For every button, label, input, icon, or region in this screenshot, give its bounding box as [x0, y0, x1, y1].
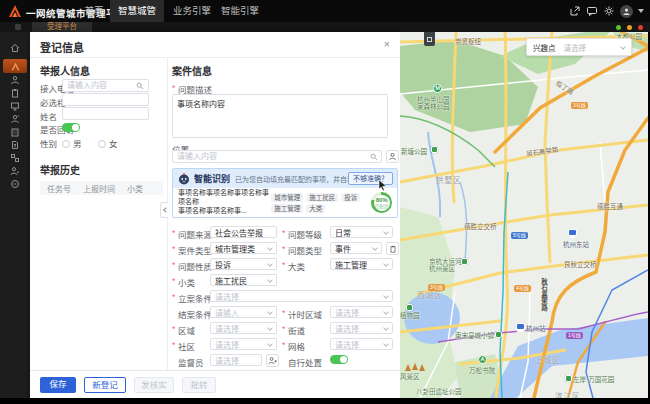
- history-col-time: 上报时间: [83, 183, 115, 194]
- major-class-select[interactable]: 施工管理: [330, 258, 393, 270]
- case-section-title: 案件信息: [172, 63, 212, 78]
- tab-acceptance-platform[interactable]: 受理平台: [32, 22, 92, 32]
- chevron-down-icon: [620, 44, 626, 50]
- settings-gear-icon[interactable]: [603, 5, 615, 17]
- sidebar-share-icon[interactable]: [0, 151, 30, 164]
- save-button[interactable]: 保存: [40, 377, 76, 393]
- chevron-down-icon: [267, 325, 273, 331]
- radio-circle[interactable]: [98, 140, 106, 148]
- timing-area-select[interactable]: 请选择: [330, 306, 393, 318]
- sidebar-clipboard-icon[interactable]: [0, 86, 30, 99]
- matched-tags: 城市管理 施工扰民 投诉 施工管理 大类: [271, 193, 371, 213]
- desc-textarea[interactable]: 事项名称内容: [172, 94, 388, 138]
- sidebar-contact-icon[interactable]: [0, 112, 30, 125]
- registration-modal: 登记信息 × 举报人信息 接入电话 必选程 姓名 是否回访 性别 男 女 举报历…: [30, 32, 400, 398]
- required-mark: *: [282, 308, 285, 318]
- ai-title: 智能识别: [194, 172, 230, 185]
- location-input[interactable]: [172, 150, 382, 163]
- search-icon[interactable]: [136, 82, 144, 90]
- form-label-region: 区域: [178, 324, 195, 336]
- chevron-down-icon: [267, 261, 273, 267]
- form-label-sub-class: 小类: [178, 276, 195, 288]
- match-label: 匹配度: [374, 204, 390, 209]
- poi-filter-placeholder: 请选择: [564, 42, 587, 53]
- sidebar-toggle-icon[interactable]: [15, 24, 21, 30]
- problem-type-tool-button[interactable]: [386, 242, 399, 255]
- user-avatar[interactable]: [620, 5, 633, 18]
- name-label: 姓名: [40, 110, 57, 122]
- chevron-down-icon: [383, 261, 389, 267]
- sidebar-user-icon[interactable]: [0, 73, 30, 86]
- close-icon[interactable]: ×: [384, 38, 390, 50]
- reporter-section-title: 举报人信息: [40, 63, 90, 78]
- name-input[interactable]: [62, 107, 149, 120]
- problem-type-select[interactable]: 事件: [330, 242, 382, 254]
- gender-label: 性别: [40, 137, 57, 149]
- gender-radio-male[interactable]: 男: [62, 137, 82, 149]
- form-label-nature: 问题性质: [178, 260, 212, 272]
- filing-condition-select[interactable]: 请选择: [210, 290, 393, 302]
- locate-person-icon: [388, 152, 397, 161]
- external-link-icon[interactable]: [569, 5, 581, 17]
- form-label-problem-type: 问题类型: [288, 244, 322, 256]
- required-mark: *: [172, 228, 175, 238]
- city-logo-icon: [11, 62, 20, 71]
- street-select[interactable]: 请选择: [330, 322, 393, 334]
- required-mark: *: [172, 340, 175, 350]
- map-locate-button[interactable]: [386, 150, 399, 163]
- robot-icon: [178, 173, 190, 185]
- send-verify-button[interactable]: 发核实: [134, 377, 174, 393]
- sidebar-monitor-icon[interactable]: [0, 99, 30, 112]
- form-label-closing-condition: 结案条件: [178, 308, 212, 320]
- clipboard-icon: [389, 245, 397, 253]
- location-search-icon[interactable]: [370, 153, 378, 161]
- radio-circle[interactable]: [62, 140, 70, 148]
- sidebar-building-icon[interactable]: [0, 125, 30, 138]
- community-select[interactable]: 请选择: [210, 338, 277, 350]
- map-fullscreen-control[interactable]: [424, 32, 435, 46]
- required-mark: *: [172, 260, 175, 270]
- supervisor-select[interactable]: 请选择: [210, 354, 262, 366]
- closing-condition-select[interactable]: 请输入: [210, 306, 277, 318]
- sidebar-document-icon[interactable]: [0, 138, 30, 151]
- poi-filter-select[interactable]: 兴趣点 请选择: [526, 38, 632, 56]
- source-input[interactable]: 社会公告举报: [210, 226, 277, 238]
- message-icon[interactable]: [586, 5, 598, 17]
- form-label-community: 社区: [178, 340, 195, 352]
- nav-item-ai-engine[interactable]: 智能引擎: [216, 0, 264, 22]
- map-canvas[interactable]: 崇贤枢纽大都公园临丁路3号线杭州半山国 家森林公园新塘公园拱墅区留石高架路德胜互…: [400, 32, 648, 398]
- grid-select[interactable]: 请选择: [330, 338, 393, 350]
- form-label-timing-area: 计时区域: [288, 308, 322, 320]
- chevron-down-icon: [267, 341, 273, 347]
- row2-input[interactable]: [62, 93, 149, 106]
- new-registration-button[interactable]: 新登记: [84, 377, 126, 393]
- chevron-down-icon: [383, 325, 389, 331]
- sidebar-user-star-icon[interactable]: [0, 164, 30, 177]
- sidebar-circle-minus-icon[interactable]: [0, 177, 30, 190]
- region-select[interactable]: 请选择: [210, 322, 277, 334]
- form-label-street: 街道: [288, 324, 305, 336]
- sidebar-home-icon[interactable]: [0, 41, 30, 54]
- caret-down-icon[interactable]: [638, 9, 644, 13]
- case-type-select[interactable]: 城市管理类: [210, 242, 277, 254]
- self-dispose-toggle[interactable]: [330, 355, 348, 364]
- level-select[interactable]: 日常: [330, 226, 393, 238]
- map-base-layer: [400, 32, 648, 398]
- transfer-button[interactable]: 批转: [182, 377, 216, 393]
- gender-radio-female[interactable]: 女: [98, 137, 118, 149]
- nav-item-home[interactable]: 首页: [78, 0, 110, 22]
- collapse-left-panel-handle[interactable]: [160, 202, 168, 218]
- required-mark: *: [282, 260, 285, 270]
- nav-item-smart-city[interactable]: 智慧城管: [110, 0, 164, 22]
- sub-class-select[interactable]: 施工扰民: [210, 274, 277, 286]
- nav-item-business-engine[interactable]: 业务引擎: [168, 0, 216, 22]
- required-mark: *: [282, 324, 285, 334]
- nature-select[interactable]: 投诉: [210, 258, 277, 270]
- chevron-down-icon: [383, 341, 389, 347]
- callback-toggle[interactable]: [62, 123, 80, 132]
- avatar-person-icon: [622, 7, 631, 16]
- sidebar-city-logo-active[interactable]: [3, 59, 27, 73]
- supervisor-pick-button[interactable]: [266, 354, 279, 367]
- status-dot-green: [616, 25, 621, 30]
- required-mark: *: [172, 83, 175, 93]
